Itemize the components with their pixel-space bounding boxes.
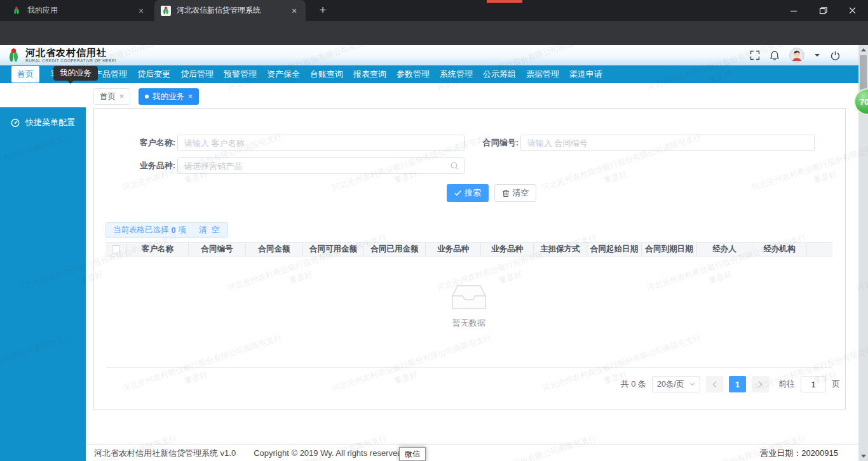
nav-item-product[interactable]: 产品管理 (94, 69, 127, 80)
org-name: 河北省农村信用社 (25, 48, 116, 57)
tab-title: 我的应用 (27, 5, 136, 16)
customer-name-input[interactable] (177, 135, 465, 151)
scroll-up-arrow[interactable] (858, 45, 868, 55)
clear-button-label: 清空 (513, 187, 529, 199)
favicon-icon (161, 6, 171, 16)
user-avatar[interactable] (789, 48, 804, 63)
col-header[interactable]: 业务品种 (481, 243, 534, 256)
goto-page-input[interactable] (801, 376, 826, 392)
selection-clear-link[interactable]: 清 空 (199, 225, 220, 236)
page-tab-my-business[interactable]: 我的业务 × (139, 88, 199, 105)
col-header[interactable]: 业务品种 (426, 243, 481, 256)
goto-label: 前往 (778, 378, 795, 390)
page-tab-home[interactable]: 首页 × (93, 88, 130, 105)
col-header[interactable]: 经办人 (697, 243, 752, 256)
page-tab-label: 我的业务 (153, 91, 184, 102)
col-header[interactable]: 合同起始日期 (587, 243, 642, 256)
chevron-down-icon[interactable] (814, 53, 820, 58)
sidebar: 快捷菜单配置 (0, 107, 86, 461)
scroll-down-arrow[interactable] (858, 451, 868, 461)
product-type-label: 业务品种: (112, 157, 175, 174)
window-restore-button[interactable] (808, 0, 837, 21)
nav-item-publicity[interactable]: 公示筹组 (483, 69, 516, 80)
col-header[interactable]: 客户名称 (127, 243, 189, 256)
page-size-select[interactable]: 20条/页 (652, 376, 700, 392)
credit-union-logo-icon (5, 47, 22, 64)
sidebar-item-quick-menu-config[interactable]: 快捷菜单配置 (0, 114, 86, 131)
nav-item-channel[interactable]: 渠道申请 (569, 69, 602, 80)
floating-score-badge[interactable]: 70 (854, 88, 868, 115)
current-page-button[interactable]: 1 (729, 376, 746, 392)
search-button[interactable]: 搜索 (447, 184, 489, 202)
col-header[interactable]: 主担保方式 (534, 243, 587, 256)
tab-close-icon[interactable]: × (188, 92, 193, 101)
window-minimize-button[interactable] (779, 0, 808, 21)
score-value: 70 (860, 97, 868, 107)
org-name-en: RURAL CREDIT COOPERATIVE OF HEBEI (25, 58, 116, 63)
fullscreen-icon[interactable] (750, 50, 760, 60)
col-header[interactable]: 经办机构 (752, 243, 807, 256)
page-unit-label: 页 (832, 378, 840, 390)
tab-title: 河北农信新信贷管理系统 (177, 5, 289, 16)
nav-item-warning[interactable]: 预警管理 (224, 69, 257, 80)
selection-count: 0 (172, 226, 176, 235)
content-panel: 客户名称: 合同编号: 业务品种: 搜索 清空 当前表格已选择 0 项 清 空 (93, 108, 846, 410)
col-header[interactable]: 合同到期日期 (642, 243, 697, 256)
selection-text: 项 (178, 225, 186, 236)
browser-tab-loan-system[interactable]: 河北农信新信贷管理系统 × (154, 0, 306, 21)
nav-item-report-query[interactable]: 报表查询 (353, 69, 386, 80)
logout-power-icon[interactable] (830, 50, 841, 61)
app-logo: 河北省农村信用社 RURAL CREDIT COOPERATIVE OF HEB… (5, 47, 116, 64)
col-header[interactable]: 合同可用金额 (303, 243, 364, 256)
contracts-table: 客户名称 合同编号 合同金额 合同可用金额 合同已用金额 业务品种 业务品种 主… (105, 242, 832, 368)
pagination: 共 0 条 20条/页 1 前往 页 (621, 375, 840, 393)
browser-tab-my-apps[interactable]: 我的应用 × (5, 0, 153, 21)
search-button-label: 搜索 (465, 187, 481, 199)
page-tab-label: 首页 (100, 91, 116, 102)
product-type-input[interactable] (177, 157, 465, 174)
clear-button[interactable]: 清空 (494, 184, 536, 202)
nav-item-system[interactable]: 系统管理 (440, 69, 473, 80)
col-header-gutter (807, 243, 832, 256)
nav-item-home[interactable]: 首页 (11, 66, 39, 83)
selection-text: 当前表格已选择 (113, 225, 169, 236)
total-count-label: 共 0 条 (621, 378, 646, 390)
nav-item-asset[interactable]: 资产保全 (267, 69, 300, 80)
nav-item-postloan-change[interactable]: 贷后变更 (137, 69, 170, 80)
tab-close-icon[interactable]: × (136, 6, 146, 15)
quick-launch-bar (0, 83, 86, 107)
contract-no-input[interactable] (520, 135, 815, 151)
wechat-popup-window[interactable]: 微信 (399, 447, 426, 461)
nav-item-bill[interactable]: 票据管理 (526, 69, 559, 80)
new-tab-button[interactable]: + (315, 3, 330, 18)
chevron-right-icon (758, 381, 763, 388)
close-icon (848, 6, 857, 15)
nav-item-ledger-query[interactable]: 台账查询 (310, 69, 343, 80)
trash-icon (502, 189, 510, 197)
active-dot (145, 95, 149, 98)
sidebar-item-label: 快捷菜单配置 (25, 117, 75, 128)
gauge-icon (11, 118, 20, 128)
nav-item-postloan-mgmt[interactable]: 贷后管理 (180, 69, 214, 80)
col-header[interactable]: 合同编号 (189, 243, 246, 256)
magnifier-icon[interactable] (451, 162, 459, 170)
customer-name-label: 客户名称: (112, 135, 175, 151)
restore-icon (819, 6, 827, 15)
col-header[interactable]: 合同金额 (246, 243, 303, 256)
next-page-button[interactable] (752, 376, 769, 392)
col-header[interactable]: 合同已用金额 (364, 243, 426, 256)
screen: 我的应用 × 河北农信新信贷管理系统 × + (0, 0, 868, 461)
recording-indicator-bar (487, 0, 522, 3)
notification-bell-icon[interactable] (770, 50, 780, 61)
selection-info-bar: 当前表格已选择 0 项 清 空 (105, 222, 228, 238)
prev-page-button[interactable] (706, 376, 723, 392)
window-close-button[interactable] (837, 0, 867, 21)
nav-item-params[interactable]: 参数管理 (397, 69, 430, 80)
tab-close-icon[interactable]: × (289, 6, 299, 15)
tab-close-icon[interactable]: × (119, 92, 124, 101)
app-header: 河北省农村信用社 RURAL CREDIT COOPERATIVE OF HEB… (0, 45, 858, 65)
footer-copyright: Copyright © 2019 Wy. All rights reserved… (254, 448, 404, 458)
select-all-checkbox[interactable] (112, 245, 120, 253)
browser-toolbar: 不安全 10.5.141.158:8081/myLoan 无痕模式 (0, 21, 868, 45)
table-body: 暂无数据 (105, 257, 832, 368)
